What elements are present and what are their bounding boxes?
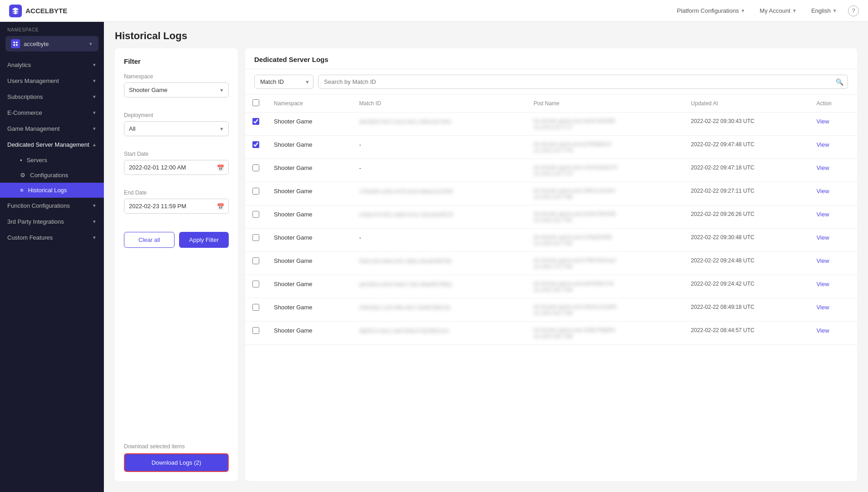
sidebar-item-analytics[interactable]: Analytics ▼ bbox=[0, 57, 104, 73]
view-link-2[interactable]: View bbox=[817, 141, 829, 148]
clear-all-button[interactable]: Clear all bbox=[124, 232, 175, 248]
view-link-9[interactable]: View bbox=[817, 304, 829, 311]
row-checkbox-7[interactable] bbox=[252, 257, 259, 264]
sidebar-item-dedicated-server[interactable]: Dedicated Server Management ▲ bbox=[0, 137, 104, 153]
sidebar-item-users-management[interactable]: Users Management ▼ bbox=[0, 73, 104, 89]
my-account-btn[interactable]: My Account ▼ bbox=[756, 5, 800, 16]
start-date-input[interactable] bbox=[124, 160, 229, 175]
row-checkbox-5[interactable] bbox=[252, 211, 259, 218]
sidebar-item-custom-features[interactable]: Custom Features ▼ bbox=[0, 230, 104, 246]
row-match-id: c7f2a849-1d35-4e78-b3c6-90abcd123456 bbox=[352, 182, 526, 205]
row-action[interactable]: View bbox=[809, 275, 857, 298]
topbar-right: Platform Configurations ▼ My Account ▼ E… bbox=[673, 5, 859, 16]
row-action[interactable]: View bbox=[809, 136, 857, 159]
table-row: Shooter Game - ds-shooter-game-pod-m3n4o… bbox=[245, 159, 857, 182]
platform-config-btn[interactable]: Platform Configurations ▼ bbox=[673, 5, 749, 16]
row-checkbox-2[interactable] bbox=[252, 141, 259, 148]
table-row: Shooter Game - ds-shooter-game-pod-e1f2g… bbox=[245, 229, 857, 252]
row-updated-at: 2022-02-22 09:24:42 UTC bbox=[683, 275, 809, 298]
row-action[interactable]: View bbox=[809, 159, 857, 182]
table-row: Shooter Game f3d2c1b0-a9e8-4d7c-6b5a-34c… bbox=[245, 252, 857, 275]
row-checkbox-1[interactable] bbox=[252, 118, 259, 125]
row-action[interactable]: View bbox=[809, 205, 857, 229]
3rd-party-chevron: ▼ bbox=[92, 219, 97, 224]
search-input-wrap: 🔍 bbox=[318, 75, 848, 89]
row-action[interactable]: View bbox=[809, 182, 857, 205]
topbar: ACCELBYTE Platform Configurations ▼ My A… bbox=[0, 0, 868, 22]
row-action[interactable]: View bbox=[809, 113, 857, 136]
deployment-select-wrap: All ▼ bbox=[124, 121, 229, 136]
subscriptions-chevron: ▼ bbox=[92, 94, 97, 99]
view-link-10[interactable]: View bbox=[817, 327, 829, 334]
row-match-id: g4e3f2a1-b0c9-4e8d-7c6b-45def567890a bbox=[352, 275, 526, 298]
app-name: ACCELBYTE bbox=[26, 7, 67, 15]
row-checkbox-cell bbox=[245, 275, 267, 298]
col-pod-name: Pod Name bbox=[526, 95, 683, 113]
row-match-id: i6g5f4c3-d2e1-4a0f-9e8d-67fg789012cd bbox=[352, 322, 526, 345]
sidebar-item-historical-logs[interactable]: ≡ Historical Logs bbox=[0, 183, 104, 198]
sidebar-item-3rd-party[interactable]: 3rd Party Integrations ▼ bbox=[0, 214, 104, 230]
view-link-1[interactable]: View bbox=[817, 118, 829, 125]
table-row: Shooter Game e1b9c374-5f21-4a89-d7e2-12b… bbox=[245, 205, 857, 229]
start-date-filter-group: Start Date 📅 bbox=[124, 151, 229, 182]
sidebar-item-subscriptions[interactable]: Subscriptions ▼ bbox=[0, 89, 104, 105]
sidebar-item-configurations[interactable]: ⚙ Configurations bbox=[0, 168, 104, 183]
deployment-select[interactable]: All bbox=[124, 121, 229, 136]
content-area: Historical Logs Filter Namespace Shooter… bbox=[104, 22, 868, 492]
sidebar-item-game-management[interactable]: Game Management ▼ bbox=[0, 121, 104, 137]
table-row: Shooter Game h5f4e3b2-c1d0-4f9e-8d7c-56e… bbox=[245, 298, 857, 322]
logs-search: Match IDNamespacePod Name ▼ 🔍 bbox=[245, 69, 857, 95]
row-checkbox-8[interactable] bbox=[252, 281, 259, 287]
row-pod-name: ds-shooter-game-pod-a1b2c3d4e5f610.128.0… bbox=[526, 113, 683, 136]
sidebar-item-ecommerce[interactable]: E-Commerce ▼ bbox=[0, 105, 104, 121]
custom-features-chevron: ▼ bbox=[92, 235, 97, 240]
language-btn[interactable]: English ▼ bbox=[807, 5, 841, 16]
row-action[interactable]: View bbox=[809, 252, 857, 275]
view-link-3[interactable]: View bbox=[817, 164, 829, 171]
namespace-label: NAMESPACE bbox=[0, 22, 104, 34]
row-action[interactable]: View bbox=[809, 322, 857, 345]
apply-filter-button[interactable]: Apply Filter bbox=[179, 232, 229, 248]
search-type-select[interactable]: Match IDNamespacePod Name bbox=[254, 75, 313, 89]
row-checkbox-10[interactable] bbox=[252, 327, 259, 334]
search-input[interactable] bbox=[318, 75, 848, 89]
view-link-7[interactable]: View bbox=[817, 257, 829, 264]
content-body: Filter Namespace Shooter Game ▼ Deployme… bbox=[104, 48, 868, 492]
row-checkbox-3[interactable] bbox=[252, 164, 259, 171]
logs-title: Dedicated Server Logs bbox=[254, 56, 848, 63]
view-link-6[interactable]: View bbox=[817, 234, 829, 241]
download-section: Download selected items Download Logs (2… bbox=[124, 443, 229, 472]
header-checkbox-cell bbox=[245, 95, 267, 113]
sidebar-item-servers[interactable]: ▪ Servers bbox=[0, 153, 104, 168]
select-all-checkbox[interactable] bbox=[252, 99, 259, 106]
row-checkbox-6[interactable] bbox=[252, 234, 259, 241]
view-link-5[interactable]: View bbox=[817, 211, 829, 218]
view-link-4[interactable]: View bbox=[817, 188, 829, 195]
namespace-selector[interactable]: accelbyte ▼ bbox=[5, 36, 98, 51]
row-updated-at: 2022-02-22 09:47:18 UTC bbox=[683, 159, 809, 182]
row-match-id: e1b9c374-5f21-4a89-d7e2-12bcde345678 bbox=[352, 205, 526, 229]
row-action[interactable]: View bbox=[809, 298, 857, 322]
download-logs-button[interactable]: Download Logs (2) bbox=[124, 453, 229, 472]
row-action[interactable]: View bbox=[809, 229, 857, 252]
col-namespace: Namespace bbox=[267, 95, 352, 113]
help-icon[interactable]: ? bbox=[848, 5, 859, 16]
row-checkbox-9[interactable] bbox=[252, 304, 259, 311]
sidebar-item-function-configurations[interactable]: Function Configurations ▼ bbox=[0, 198, 104, 214]
table-row: Shooter Game c7f2a849-1d35-4e78-b3c6-90a… bbox=[245, 182, 857, 205]
end-date-label: End Date bbox=[124, 190, 229, 196]
view-link-8[interactable]: View bbox=[817, 281, 829, 287]
calendar-icon: 📅 bbox=[217, 164, 224, 171]
ecommerce-chevron: ▼ bbox=[92, 110, 97, 115]
row-checkbox-4[interactable] bbox=[252, 188, 259, 195]
namespace-select[interactable]: Shooter Game bbox=[124, 82, 229, 97]
analytics-chevron: ▼ bbox=[92, 62, 97, 67]
page-header: Historical Logs bbox=[104, 22, 868, 48]
namespace-filter-group: Namespace Shooter Game ▼ bbox=[124, 73, 229, 105]
end-date-wrap: 📅 bbox=[124, 199, 229, 214]
namespace-chevron: ▼ bbox=[88, 41, 93, 46]
start-date-wrap: 📅 bbox=[124, 160, 229, 175]
logo-icon bbox=[9, 5, 22, 17]
end-date-input[interactable] bbox=[124, 199, 229, 214]
sidebar-nav: Analytics ▼ Users Management ▼ Subscript… bbox=[0, 57, 104, 492]
